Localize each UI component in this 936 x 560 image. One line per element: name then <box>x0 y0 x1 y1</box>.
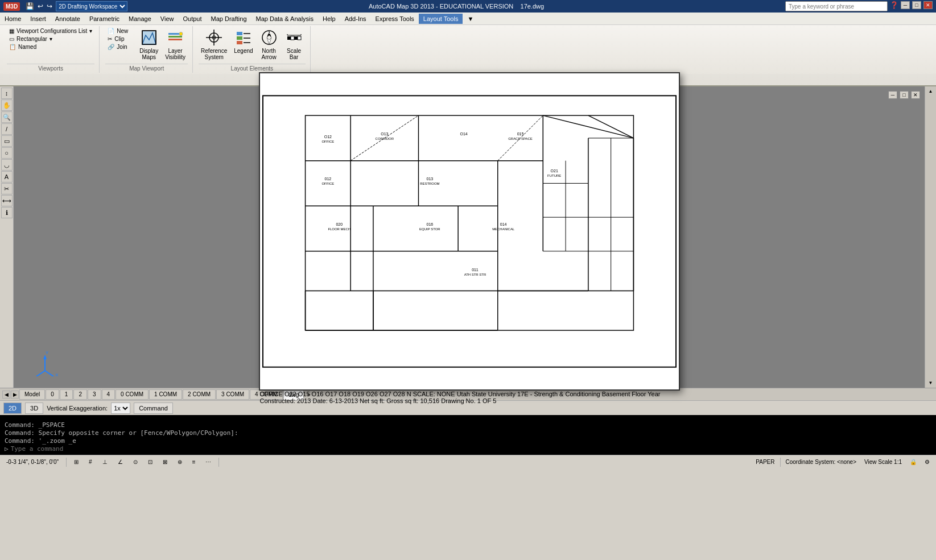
scroll-down-btn[interactable]: ▼ <box>929 380 933 385</box>
svg-text:CORRIDOR: CORRIDOR <box>375 137 394 140</box>
search-input[interactable] <box>785 1 888 11</box>
drawing-minimize-btn[interactable]: ─ <box>888 91 897 99</box>
dropdown-arrow2-icon: ▾ <box>50 36 52 42</box>
toolbar-properties-btn[interactable]: ℹ <box>1 207 13 218</box>
menu-addins[interactable]: Add-Ins <box>340 14 371 24</box>
display-maps-btn[interactable]: DisplayMaps <box>137 27 160 61</box>
status-right: PAPER Coordinate System: <none> View Sca… <box>753 457 933 467</box>
tab-3comm[interactable]: 3 COMM <box>216 389 249 400</box>
menu-express-tools[interactable]: Express Tools <box>371 14 419 24</box>
ortho-btn[interactable]: ⊥ <box>100 457 110 467</box>
tabs-prev-btn[interactable]: ◀ <box>2 391 10 399</box>
qat-undo-icon[interactable]: ↩ <box>38 2 43 10</box>
tabs-next-btn[interactable]: ▶ <box>11 391 19 399</box>
view-scale-display[interactable]: View Scale 1:1 <box>861 457 905 467</box>
close-button[interactable]: ✕ <box>923 1 933 9</box>
viewport-config-list-btn[interactable]: ▦ Viewport Configurations List ▾ <box>7 27 94 35</box>
toolbar-extend-btn[interactable]: ⟷ <box>1 195 13 206</box>
named-btn[interactable]: 📋 Named <box>7 43 94 51</box>
menu-map-drafting[interactable]: Map Drafting <box>207 14 251 24</box>
new-btn[interactable]: 📄 New <box>105 27 130 35</box>
qat-save-icon[interactable]: 💾 <box>26 2 34 10</box>
3d-mode-btn[interactable]: 3D <box>25 403 43 414</box>
polar-btn[interactable]: ∠ <box>115 457 126 467</box>
paper-label[interactable]: PAPER <box>753 457 777 467</box>
svg-rect-22 <box>291 36 294 40</box>
dyn-btn[interactable]: ⊛ <box>175 457 185 467</box>
vertical-exaggeration-label: Vertical Exaggeration: <box>47 405 108 412</box>
workspace-select[interactable]: 2D Drafting Workspace <box>56 1 127 11</box>
canvas-area[interactable]: Y X <box>14 86 925 388</box>
reference-system-btn[interactable]: ReferenceSystem <box>199 27 229 61</box>
svg-text:MECHANICAL: MECHANICAL <box>492 227 515 231</box>
svg-rect-21 <box>287 36 291 40</box>
toolbar-line-btn[interactable]: / <box>1 123 13 135</box>
ducs-btn[interactable]: ⊠ <box>160 457 170 467</box>
menu-annotate[interactable]: Annotate <box>51 14 85 24</box>
2d-mode-btn[interactable]: 2D <box>3 403 22 414</box>
help-icon[interactable]: ❓ <box>890 1 898 11</box>
viewports-label: Viewports <box>7 64 94 72</box>
tab-4[interactable]: 4 <box>102 389 116 400</box>
settings-icon[interactable]: ⚙ <box>922 457 933 467</box>
drawing-restore-btn[interactable]: □ <box>900 91 909 99</box>
command-btn[interactable]: Command <box>134 403 173 414</box>
join-btn[interactable]: 🔗 Join <box>105 43 130 51</box>
menu-manage[interactable]: Manage <box>124 14 156 24</box>
menu-home[interactable]: Home <box>0 14 26 24</box>
command-input[interactable] <box>11 445 931 453</box>
menu-insert[interactable]: Insert <box>26 14 51 24</box>
menu-parametric[interactable]: Parametric <box>85 14 124 24</box>
menu-bar: Home Insert Annotate Parametric Manage V… <box>0 13 936 25</box>
lineweight-btn[interactable]: ≡ <box>189 457 199 467</box>
toolbar-text-btn[interactable]: A <box>1 171 13 182</box>
svg-marker-19 <box>267 38 271 44</box>
qat-redo-icon[interactable]: ↪ <box>47 2 52 10</box>
tab-0comm[interactable]: 0 COMM <box>116 389 149 400</box>
toolbar-arc-btn[interactable]: ◡ <box>1 159 13 171</box>
toolbar-circle-btn[interactable]: ○ <box>1 147 13 159</box>
tab-1[interactable]: 1 <box>60 389 73 400</box>
drawing-close-btn[interactable]: ✕ <box>911 91 920 99</box>
menu-view[interactable]: View <box>156 14 179 24</box>
tab-3[interactable]: 3 <box>88 389 101 400</box>
snap-btn[interactable]: ⊞ <box>71 457 81 467</box>
tab-2[interactable]: 2 <box>73 389 87 400</box>
toolbar-zoom-btn[interactable]: 🔍 <box>1 111 13 123</box>
title-bar-controls: ❓ ─ □ ✕ <box>785 1 933 11</box>
tab-1comm[interactable]: 1 COMM <box>149 389 182 400</box>
vertical-exaggeration-select[interactable]: 1x 2x 5x <box>111 403 130 414</box>
grid-btn[interactable]: # <box>86 457 95 467</box>
scroll-up-btn[interactable]: ▲ <box>929 89 933 94</box>
menu-output[interactable]: Output <box>179 14 207 24</box>
tab-2comm[interactable]: 2 COMM <box>183 389 216 400</box>
scale-bar-btn[interactable]: ScaleBar <box>283 27 306 61</box>
qp-btn[interactable]: ⋯ <box>203 457 214 467</box>
cmd-line-2: Command: Specify opposite corner or [Fen… <box>5 429 931 437</box>
tab-model[interactable]: Model <box>19 389 45 400</box>
command-input-row[interactable]: ▷ <box>5 445 931 453</box>
otrack-btn[interactable]: ⊡ <box>145 457 155 467</box>
toolbar-move-btn[interactable]: ↕ <box>1 88 13 99</box>
coordinate-system-display[interactable]: Coordinate System: <none> <box>783 457 860 467</box>
minimize-button[interactable]: ─ <box>901 1 910 9</box>
osnap-btn[interactable]: ⊙ <box>130 457 141 467</box>
tab-0[interactable]: 0 <box>46 389 59 400</box>
menu-map-data[interactable]: Map Data & Analysis <box>251 14 319 24</box>
toolbar-pan-btn[interactable]: ✋ <box>1 99 13 111</box>
toolbar-rect-btn[interactable]: ▭ <box>1 135 13 147</box>
north-arrow-btn[interactable]: N NorthArrow <box>258 27 281 61</box>
cmd-line-1: Command: _PSPACE <box>5 421 931 429</box>
menu-extra[interactable]: ▼ <box>463 14 478 24</box>
legend-btn[interactable]: Legend <box>232 27 255 55</box>
menu-help[interactable]: Help <box>318 14 340 24</box>
rectangular-btn[interactable]: ▭ Rectangular ▾ <box>7 35 94 43</box>
drawing-window-controls: ─ □ ✕ <box>888 91 920 99</box>
clip-btn[interactable]: ✂ Clip <box>105 35 130 43</box>
restore-button[interactable]: □ <box>912 1 921 9</box>
lock-icon[interactable]: 🔒 <box>907 457 919 467</box>
menu-layout-tools[interactable]: Layout Tools <box>419 14 463 24</box>
svg-text:012: 012 <box>324 177 331 181</box>
layer-visibility-btn[interactable]: LayerVisibility <box>163 27 188 61</box>
toolbar-trim-btn[interactable]: ✂ <box>1 183 13 194</box>
